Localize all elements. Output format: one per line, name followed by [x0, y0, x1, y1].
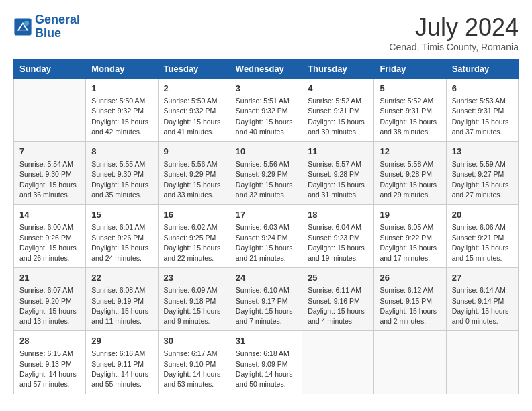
calendar-cell: 30Sunrise: 6:17 AM Sunset: 9:10 PM Dayli…: [158, 331, 230, 394]
day-info: Sunrise: 6:06 AM Sunset: 9:21 PM Dayligh…: [452, 222, 513, 263]
calendar-cell: 29Sunrise: 6:16 AM Sunset: 9:11 PM Dayli…: [86, 331, 158, 394]
calendar-cell: 31Sunrise: 6:18 AM Sunset: 9:09 PM Dayli…: [230, 331, 302, 394]
day-info: Sunrise: 6:17 AM Sunset: 9:10 PM Dayligh…: [164, 349, 224, 390]
day-number: 28: [19, 335, 80, 347]
day-info: Sunrise: 5:57 AM Sunset: 9:28 PM Dayligh…: [308, 159, 368, 200]
day-number: 2: [164, 83, 224, 95]
week-row-3: 14Sunrise: 6:00 AM Sunset: 9:26 PM Dayli…: [14, 205, 519, 268]
calendar-cell: [302, 331, 374, 394]
calendar-cell: 19Sunrise: 6:05 AM Sunset: 9:22 PM Dayli…: [374, 205, 446, 268]
calendar-cell: 20Sunrise: 6:06 AM Sunset: 9:21 PM Dayli…: [446, 205, 518, 268]
calendar-cell: 7Sunrise: 5:54 AM Sunset: 9:30 PM Daylig…: [14, 142, 86, 205]
calendar-cell: 23Sunrise: 6:09 AM Sunset: 9:18 PM Dayli…: [158, 268, 230, 331]
day-info: Sunrise: 6:07 AM Sunset: 9:20 PM Dayligh…: [19, 285, 80, 326]
calendar-cell: 10Sunrise: 5:56 AM Sunset: 9:29 PM Dayli…: [230, 142, 302, 205]
calendar-cell: 11Sunrise: 5:57 AM Sunset: 9:28 PM Dayli…: [302, 142, 374, 205]
calendar-cell: 26Sunrise: 6:12 AM Sunset: 9:15 PM Dayli…: [374, 268, 446, 331]
calendar-header-row: SundayMondayTuesdayWednesdayThursdayFrid…: [14, 60, 519, 79]
calendar-cell: 18Sunrise: 6:04 AM Sunset: 9:23 PM Dayli…: [302, 205, 374, 268]
day-number: 22: [91, 272, 152, 284]
day-number: 14: [19, 209, 80, 221]
day-info: Sunrise: 5:50 AM Sunset: 9:32 PM Dayligh…: [164, 96, 224, 137]
day-info: Sunrise: 6:11 AM Sunset: 9:16 PM Dayligh…: [308, 285, 368, 326]
logo-text: General Blue: [35, 13, 80, 40]
calendar-cell: 9Sunrise: 5:56 AM Sunset: 9:29 PM Daylig…: [158, 142, 230, 205]
calendar-cell: [446, 331, 518, 394]
day-info: Sunrise: 5:52 AM Sunset: 9:31 PM Dayligh…: [308, 96, 368, 137]
day-info: Sunrise: 5:52 AM Sunset: 9:31 PM Dayligh…: [380, 96, 440, 137]
day-info: Sunrise: 6:02 AM Sunset: 9:25 PM Dayligh…: [164, 222, 224, 263]
location: Cenad, Timis County, Romania: [389, 42, 519, 52]
day-number: 3: [236, 83, 296, 95]
day-info: Sunrise: 5:51 AM Sunset: 9:32 PM Dayligh…: [236, 96, 296, 137]
calendar-cell: 24Sunrise: 6:10 AM Sunset: 9:17 PM Dayli…: [230, 268, 302, 331]
day-number: 12: [380, 146, 440, 158]
calendar-table: SundayMondayTuesdayWednesdayThursdayFrid…: [13, 59, 519, 394]
day-number: 31: [236, 335, 296, 347]
calendar-cell: 6Sunrise: 5:53 AM Sunset: 9:31 PM Daylig…: [446, 79, 518, 142]
calendar-cell: 27Sunrise: 6:14 AM Sunset: 9:14 PM Dayli…: [446, 268, 518, 331]
day-number: 7: [19, 146, 80, 158]
logo: General Blue: [13, 13, 80, 40]
day-info: Sunrise: 5:53 AM Sunset: 9:31 PM Dayligh…: [452, 96, 513, 137]
column-header-saturday: Saturday: [446, 60, 518, 79]
calendar-cell: 3Sunrise: 5:51 AM Sunset: 9:32 PM Daylig…: [230, 79, 302, 142]
day-number: 1: [91, 83, 152, 95]
day-info: Sunrise: 6:08 AM Sunset: 9:19 PM Dayligh…: [91, 285, 152, 326]
day-info: Sunrise: 6:01 AM Sunset: 9:26 PM Dayligh…: [91, 222, 152, 263]
day-number: 16: [164, 209, 224, 221]
day-number: 11: [308, 146, 368, 158]
calendar-cell: 22Sunrise: 6:08 AM Sunset: 9:19 PM Dayli…: [86, 268, 158, 331]
column-header-thursday: Thursday: [302, 60, 374, 79]
calendar-cell: 8Sunrise: 5:55 AM Sunset: 9:30 PM Daylig…: [86, 142, 158, 205]
day-number: 21: [19, 272, 80, 284]
calendar-cell: 1Sunrise: 5:50 AM Sunset: 9:32 PM Daylig…: [86, 79, 158, 142]
calendar-cell: 17Sunrise: 6:03 AM Sunset: 9:24 PM Dayli…: [230, 205, 302, 268]
column-header-monday: Monday: [86, 60, 158, 79]
day-number: 24: [236, 272, 296, 284]
day-info: Sunrise: 6:15 AM Sunset: 9:13 PM Dayligh…: [19, 349, 80, 390]
month-year: July 2024: [389, 13, 519, 42]
day-info: Sunrise: 5:59 AM Sunset: 9:27 PM Dayligh…: [452, 159, 513, 200]
column-header-tuesday: Tuesday: [158, 60, 230, 79]
svg-point-3: [24, 21, 29, 26]
day-info: Sunrise: 6:04 AM Sunset: 9:23 PM Dayligh…: [308, 222, 368, 263]
day-number: 23: [164, 272, 224, 284]
day-number: 20: [452, 209, 513, 221]
calendar-cell: 5Sunrise: 5:52 AM Sunset: 9:31 PM Daylig…: [374, 79, 446, 142]
day-info: Sunrise: 5:58 AM Sunset: 9:28 PM Dayligh…: [380, 159, 440, 200]
day-number: 4: [308, 83, 368, 95]
day-info: Sunrise: 6:05 AM Sunset: 9:22 PM Dayligh…: [380, 222, 440, 263]
calendar-cell: [14, 79, 86, 142]
day-number: 29: [91, 335, 152, 347]
day-info: Sunrise: 6:18 AM Sunset: 9:09 PM Dayligh…: [236, 349, 296, 390]
day-number: 10: [236, 146, 296, 158]
day-number: 13: [452, 146, 513, 158]
day-info: Sunrise: 6:14 AM Sunset: 9:14 PM Dayligh…: [452, 285, 513, 326]
week-row-1: 1Sunrise: 5:50 AM Sunset: 9:32 PM Daylig…: [14, 79, 519, 142]
day-info: Sunrise: 6:12 AM Sunset: 9:15 PM Dayligh…: [380, 285, 440, 326]
day-number: 27: [452, 272, 513, 284]
week-row-2: 7Sunrise: 5:54 AM Sunset: 9:30 PM Daylig…: [14, 142, 519, 205]
day-number: 5: [380, 83, 440, 95]
day-info: Sunrise: 6:03 AM Sunset: 9:24 PM Dayligh…: [236, 222, 296, 263]
calendar-cell: [374, 331, 446, 394]
calendar-cell: 14Sunrise: 6:00 AM Sunset: 9:26 PM Dayli…: [14, 205, 86, 268]
day-info: Sunrise: 5:56 AM Sunset: 9:29 PM Dayligh…: [164, 159, 224, 200]
day-number: 8: [91, 146, 152, 158]
day-info: Sunrise: 5:56 AM Sunset: 9:29 PM Dayligh…: [236, 159, 296, 200]
calendar-cell: 28Sunrise: 6:15 AM Sunset: 9:13 PM Dayli…: [14, 331, 86, 394]
day-info: Sunrise: 5:55 AM Sunset: 9:30 PM Dayligh…: [91, 159, 152, 200]
week-row-4: 21Sunrise: 6:07 AM Sunset: 9:20 PM Dayli…: [14, 268, 519, 331]
calendar-cell: 12Sunrise: 5:58 AM Sunset: 9:28 PM Dayli…: [374, 142, 446, 205]
logo-line2: Blue: [35, 26, 61, 40]
calendar-cell: 2Sunrise: 5:50 AM Sunset: 9:32 PM Daylig…: [158, 79, 230, 142]
day-number: 18: [308, 209, 368, 221]
day-number: 17: [236, 209, 296, 221]
column-header-friday: Friday: [374, 60, 446, 79]
calendar-cell: 15Sunrise: 6:01 AM Sunset: 9:26 PM Dayli…: [86, 205, 158, 268]
day-number: 25: [308, 272, 368, 284]
day-number: 26: [380, 272, 440, 284]
day-number: 6: [452, 83, 513, 95]
day-number: 9: [164, 146, 224, 158]
